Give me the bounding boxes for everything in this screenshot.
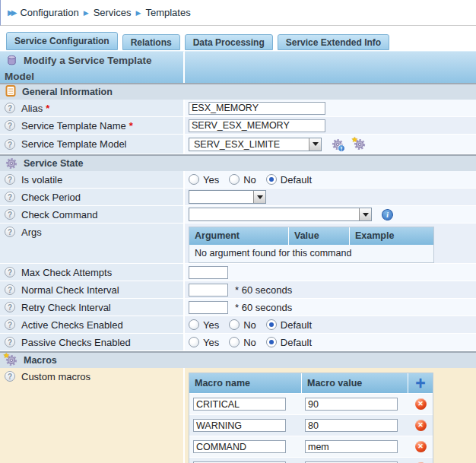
form-title: Modify a Service Template Model (5, 55, 152, 82)
dropdown-button[interactable] (309, 138, 321, 151)
form-header: Modify a Service Template Model (0, 51, 476, 83)
info-badge-icon: ! (338, 144, 345, 152)
passive-checks-label: Passive Checks Enabled (21, 337, 131, 348)
radio-yes[interactable] (189, 174, 199, 185)
macro-value-header: Macro value (302, 373, 408, 393)
macro-value-input[interactable] (305, 440, 398, 453)
radio-no[interactable] (229, 319, 240, 330)
help-icon[interactable]: ? (5, 174, 15, 185)
is-volatile-radio-group: Yes No Default (189, 174, 318, 186)
tab-data-processing[interactable]: Data Processing (185, 34, 273, 50)
args-header-example: Example (350, 227, 433, 245)
service-template-model-select[interactable]: SERV_ESX_LIMITE (189, 138, 322, 151)
chevron-down-icon (313, 142, 319, 146)
row-retry-check-interval: ? Retry Check Interval * 60 seconds (0, 299, 476, 316)
database-icon (6, 55, 17, 70)
help-icon[interactable]: ? (5, 319, 15, 330)
dropdown-button[interactable] (253, 191, 265, 203)
args-table: Argument Value Example No argument found… (189, 227, 434, 263)
radio-default[interactable] (266, 174, 277, 185)
section-title: General Information (22, 87, 113, 97)
section-service-state: Service State (0, 154, 476, 171)
radio-no[interactable] (229, 174, 240, 185)
max-check-attempts-input[interactable] (189, 266, 228, 279)
help-icon[interactable]: ? (5, 192, 15, 202)
macro-name-input[interactable] (193, 440, 286, 453)
retry-check-interval-label: Retry Check Interval (21, 302, 111, 313)
add-macro-icon[interactable]: + (415, 376, 425, 391)
normal-check-interval-label: Normal Check Interval (21, 284, 119, 296)
alias-input[interactable] (189, 102, 325, 115)
is-volatile-label: Is volatile (21, 174, 62, 186)
delete-macro-icon[interactable]: ✕ (415, 420, 427, 431)
arrow-separator-icon: ▶ (84, 9, 89, 17)
section-title: Macros (24, 355, 57, 366)
tab-relations[interactable]: Relations (122, 34, 180, 50)
check-period-select[interactable] (189, 190, 266, 204)
args-label: Args (21, 227, 42, 238)
tab-bar: Service Configuration Relations Data Pro… (0, 32, 476, 50)
breadcrumb: ▶▶ Configuration ▶ Services ▶ Templates (0, 0, 476, 26)
macro-row: ✕ (189, 457, 433, 463)
radio-yes[interactable] (189, 319, 199, 330)
breadcrumb-templates[interactable]: Templates (145, 7, 190, 18)
check-command-select[interactable] (189, 208, 372, 221)
delete-macro-icon[interactable]: ✕ (415, 398, 427, 410)
help-icon[interactable]: ? (5, 103, 15, 113)
tab-service-configuration[interactable]: Service Configuration (6, 32, 118, 50)
row-check-command: ? Check Command i (0, 206, 476, 224)
chevron-down-icon (363, 213, 369, 217)
delete-macro-icon[interactable]: ✕ (415, 441, 427, 452)
required-mark: * (46, 103, 49, 114)
help-icon[interactable]: ? (5, 139, 15, 150)
row-active-checks-enabled: ? Active Checks Enabled Yes No Default (0, 316, 476, 334)
help-icon[interactable]: ? (5, 337, 15, 347)
template-model-label: Service Template Model (21, 138, 127, 150)
info-icon[interactable]: i (381, 208, 394, 221)
custom-macros-label: Custom macros (21, 371, 90, 382)
macro-value-input[interactable] (305, 419, 398, 432)
args-empty-message: No argument found for this command (189, 245, 433, 262)
help-icon[interactable]: ? (5, 120, 15, 131)
retry-check-interval-input[interactable] (189, 301, 228, 314)
gear-info-icon[interactable]: ! (332, 138, 344, 151)
normal-check-interval-input[interactable] (189, 284, 228, 297)
max-check-attempts-label: Max Check Attempts (21, 267, 112, 278)
row-normal-check-interval: ? Normal Check Interval * 60 seconds (0, 281, 476, 299)
arrow-separator-icon: ▶ (136, 9, 141, 17)
macros-table: Macro name Macro value + ✕ ✕ ✕ (189, 373, 433, 463)
dropdown-button[interactable] (359, 208, 371, 220)
active-checks-radio-group: Yes No Default (189, 319, 318, 331)
required-mark: * (129, 120, 133, 132)
passive-checks-radio-group: Yes No Default (189, 337, 318, 348)
row-args: ? Args Argument Value Example No argumen… (0, 224, 476, 264)
help-icon[interactable]: ? (5, 302, 15, 312)
help-icon[interactable]: ? (5, 371, 15, 382)
macro-value-input[interactable] (305, 398, 398, 411)
help-icon[interactable]: ? (5, 284, 15, 295)
macro-name-input[interactable] (193, 419, 286, 432)
help-icon[interactable]: ? (5, 227, 15, 237)
gear-star-icon: ★ (5, 354, 17, 366)
radio-yes[interactable] (189, 337, 199, 347)
breadcrumb-configuration[interactable]: Configuration (20, 7, 78, 18)
breadcrumb-services[interactable]: Services (94, 7, 132, 18)
args-header-value: Value (289, 227, 350, 245)
help-icon[interactable]: ? (5, 267, 15, 277)
row-alias: ? Alias * (0, 100, 476, 117)
radio-no[interactable] (229, 337, 240, 347)
macro-row: ✕ (189, 414, 433, 436)
help-icon[interactable]: ? (5, 209, 15, 220)
service-template-name-input[interactable] (189, 119, 325, 132)
gear-star-icon[interactable]: ★ (354, 138, 366, 151)
section-macros: ★ Macros (0, 351, 476, 368)
radio-default[interactable] (266, 337, 277, 347)
row-max-check-attempts: ? Max Check Attempts (0, 264, 476, 281)
radio-default[interactable] (266, 319, 277, 330)
tab-service-extended-info[interactable]: Service Extended Info (278, 34, 389, 50)
section-title: Service State (24, 158, 84, 169)
section-general-information: General Information (0, 83, 476, 100)
macro-name-header: Macro name (189, 373, 302, 393)
row-is-volatile: ? Is volatile Yes No Default (0, 171, 476, 189)
macro-name-input[interactable] (193, 398, 286, 411)
